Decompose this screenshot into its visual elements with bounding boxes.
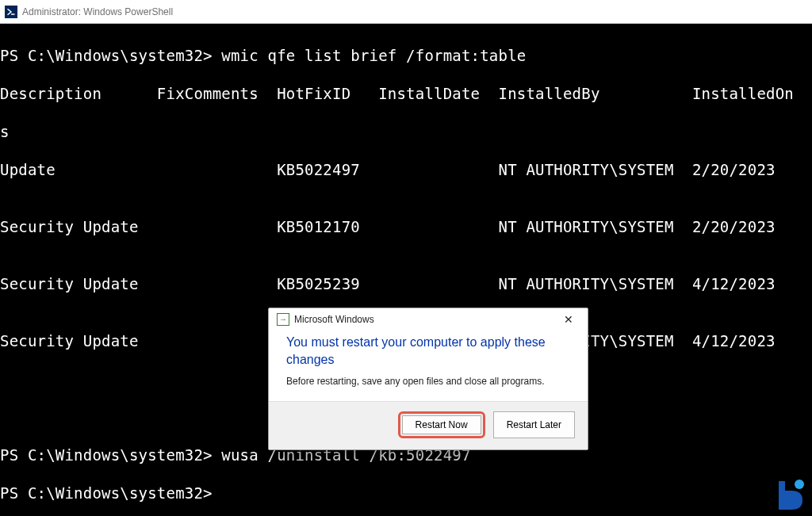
prompt: PS C:\Windows\system32> bbox=[0, 484, 213, 502]
watermark-logo bbox=[774, 478, 809, 513]
highlight-annotation: Restart Now bbox=[398, 411, 485, 438]
dialog-footer: Restart Now Restart Later bbox=[269, 401, 588, 449]
command-1: wmic qfe list brief /format:table bbox=[221, 47, 526, 64]
restart-dialog: → Microsoft Windows ✕ You must restart y… bbox=[268, 308, 588, 450]
dialog-body-text: Before restarting, save any open files a… bbox=[286, 376, 570, 388]
svg-point-0 bbox=[795, 480, 804, 489]
restart-now-button[interactable]: Restart Now bbox=[402, 415, 481, 434]
table-row: Update KB5022497 NT AUTHORITY\SYSTEM 2/2… bbox=[0, 160, 812, 179]
powershell-icon bbox=[5, 6, 17, 18]
prompt: PS C:\Windows\system32> bbox=[0, 446, 213, 464]
table-row: Security Update KB5025239 NT AUTHORITY\S… bbox=[0, 274, 812, 293]
table-header-wrap: s bbox=[0, 122, 812, 141]
window-titlebar: Administrator: Windows PowerShell bbox=[0, 0, 812, 24]
installer-icon: → bbox=[277, 313, 289, 326]
dialog-titlebar: → Microsoft Windows ✕ bbox=[269, 308, 588, 329]
dialog-title: Microsoft Windows bbox=[294, 314, 374, 325]
close-icon[interactable]: ✕ bbox=[557, 314, 580, 325]
dialog-heading: You must restart your computer to apply … bbox=[286, 334, 570, 368]
prompt: PS C:\Windows\system32> bbox=[0, 47, 213, 64]
table-row: Security Update KB5012170 NT AUTHORITY\S… bbox=[0, 217, 812, 236]
table-header: Description FixComments HotFixID Install… bbox=[0, 84, 812, 103]
restart-later-button[interactable]: Restart Later bbox=[493, 411, 575, 438]
window-title: Administrator: Windows PowerShell bbox=[22, 6, 173, 17]
